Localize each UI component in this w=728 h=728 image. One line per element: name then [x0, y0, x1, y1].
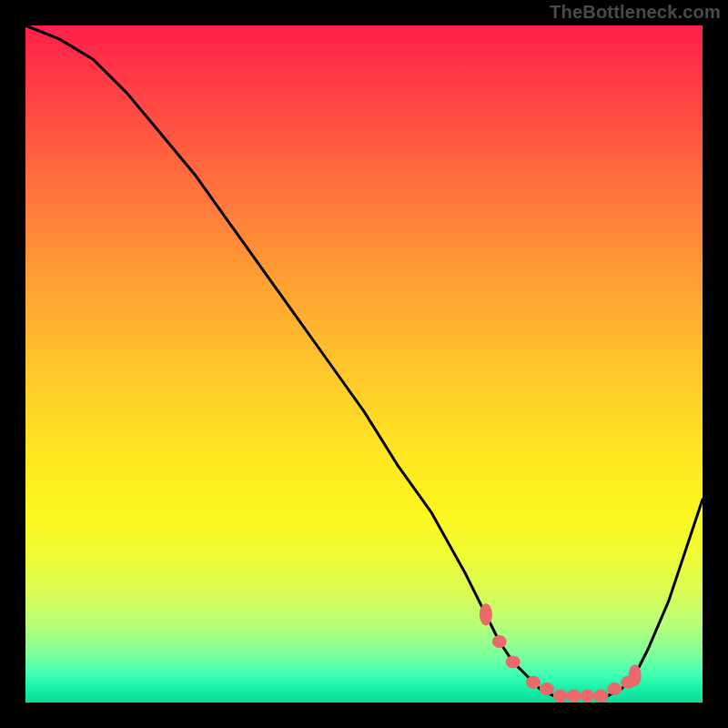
chart-frame: TheBottleneck.com	[0, 0, 728, 728]
curve-marker	[492, 635, 507, 648]
marker-group	[480, 603, 642, 702]
plot-area	[25, 25, 703, 703]
curve-marker	[553, 690, 568, 703]
curve-marker	[593, 690, 608, 703]
curve-marker	[607, 682, 622, 695]
watermark-text: TheBottleneck.com	[550, 2, 721, 23]
bottleneck-curve-line	[25, 25, 703, 696]
curve-svg	[25, 25, 703, 703]
curve-marker	[581, 690, 595, 703]
curve-marker	[567, 690, 581, 703]
curve-marker	[629, 664, 642, 686]
curve-marker	[480, 603, 492, 625]
curve-marker	[540, 682, 554, 695]
curve-marker	[506, 655, 521, 668]
curve-marker	[526, 676, 541, 689]
